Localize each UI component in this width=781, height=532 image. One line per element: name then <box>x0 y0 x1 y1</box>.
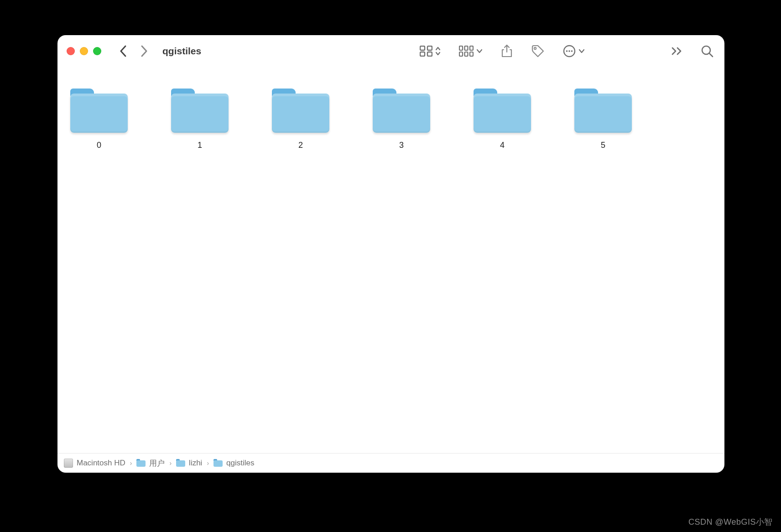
folder-label: 3 <box>399 141 404 150</box>
path-segment-label: lizhi <box>189 459 202 468</box>
svg-point-11 <box>534 47 536 49</box>
folder-icon <box>171 88 229 134</box>
toolbar-right <box>420 44 713 58</box>
folder-item[interactable]: 2 <box>272 88 329 150</box>
path-segment[interactable]: 用户 <box>136 458 165 469</box>
chevron-right-icon <box>140 45 148 57</box>
minimize-window-button[interactable] <box>80 47 88 55</box>
ellipsis-circle-icon <box>563 45 576 57</box>
path-segment[interactable]: qgistiles <box>213 459 254 468</box>
path-separator: › <box>129 459 133 467</box>
folder-item[interactable]: 4 <box>474 88 531 150</box>
folder-icon <box>213 459 223 468</box>
close-window-button[interactable] <box>67 47 75 55</box>
path-bar: Macintosh HD›用户›lizhi›qgistiles <box>57 453 724 473</box>
svg-line-17 <box>709 53 713 57</box>
svg-rect-5 <box>465 46 468 50</box>
folder-label: 2 <box>298 141 303 150</box>
folder-label: 0 <box>97 141 101 150</box>
path-segment-label: 用户 <box>149 458 165 469</box>
chevron-left-icon <box>120 45 128 57</box>
svg-point-15 <box>571 50 573 52</box>
svg-rect-9 <box>470 52 473 56</box>
grid-icon <box>420 46 432 57</box>
svg-point-13 <box>566 50 568 52</box>
window-controls <box>67 47 101 55</box>
window-title: qgistiles <box>162 46 201 57</box>
folder-icon <box>272 88 329 134</box>
tag-icon <box>531 44 545 58</box>
svg-rect-2 <box>420 52 425 56</box>
tags-button[interactable] <box>531 44 545 58</box>
svg-rect-8 <box>465 52 468 56</box>
folder-item[interactable]: 3 <box>373 88 430 150</box>
svg-rect-3 <box>427 52 432 56</box>
search-button[interactable] <box>701 45 713 57</box>
overflow-button[interactable] <box>672 47 682 55</box>
watermark-text: CSDN @WebGIS小智 <box>688 516 773 527</box>
folder-icon <box>574 88 632 134</box>
back-button[interactable] <box>120 45 128 57</box>
folder-label: 5 <box>601 141 605 150</box>
toolbar: qgistiles <box>57 35 724 68</box>
folder-item[interactable]: 5 <box>574 88 632 150</box>
double-chevron-right-icon <box>672 47 682 55</box>
svg-rect-1 <box>427 46 432 50</box>
finder-window: qgistiles <box>57 35 724 473</box>
folder-icon <box>474 88 531 134</box>
folder-item[interactable]: 0 <box>70 88 128 150</box>
chevron-down-icon <box>578 49 585 53</box>
path-segment-label: qgistiles <box>226 459 254 468</box>
zoom-window-button[interactable] <box>93 47 101 55</box>
path-segment[interactable]: lizhi <box>176 459 202 468</box>
forward-button[interactable] <box>140 45 148 57</box>
updown-icon <box>435 46 441 56</box>
content-area[interactable]: 012345 <box>57 68 724 453</box>
view-mode-button[interactable] <box>420 46 441 57</box>
folder-icon <box>70 88 128 134</box>
navigation-buttons <box>120 45 148 57</box>
disk-icon <box>64 459 73 468</box>
svg-rect-6 <box>470 46 473 50</box>
svg-point-14 <box>568 50 570 52</box>
path-separator: › <box>206 459 210 467</box>
svg-rect-0 <box>420 46 425 50</box>
items-grid: 012345 <box>70 88 712 150</box>
folder-item[interactable]: 1 <box>171 88 229 150</box>
folder-label: 1 <box>198 141 202 150</box>
svg-rect-4 <box>459 46 463 50</box>
path-separator: › <box>168 459 172 467</box>
group-by-button[interactable] <box>459 46 483 57</box>
home-icon <box>176 459 185 468</box>
folder-label: 4 <box>500 141 505 150</box>
share-button[interactable] <box>501 44 513 58</box>
path-segment[interactable]: Macintosh HD <box>64 459 125 468</box>
path-segment-label: Macintosh HD <box>77 459 125 468</box>
chevron-down-icon <box>476 49 483 53</box>
svg-rect-7 <box>459 52 463 56</box>
action-menu-button[interactable] <box>563 45 585 57</box>
folder-icon <box>373 88 430 134</box>
share-icon <box>501 44 513 58</box>
grouping-icon <box>459 46 474 57</box>
folder-icon <box>136 459 146 468</box>
search-icon <box>701 45 713 57</box>
